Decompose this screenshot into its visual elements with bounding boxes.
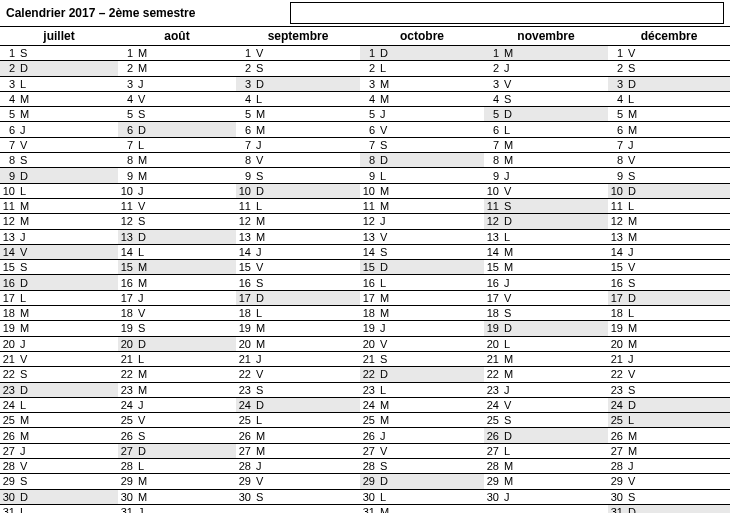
day-of-week: V	[502, 399, 518, 411]
day-number: 25	[484, 414, 502, 426]
day-of-week: J	[136, 185, 152, 197]
day-of-week: S	[626, 62, 642, 74]
day-of-week: J	[626, 139, 642, 151]
day-row: 16L	[360, 275, 484, 290]
day-row: 8M	[484, 153, 608, 168]
day-of-week: M	[18, 430, 34, 442]
day-row: 15D	[360, 260, 484, 275]
day-of-week: J	[502, 170, 518, 182]
day-row: 11M	[0, 199, 118, 214]
day-number: 4	[360, 93, 378, 105]
day-number: 26	[484, 430, 502, 442]
day-of-week: M	[136, 491, 152, 503]
day-number: 10	[0, 185, 18, 197]
day-number: 25	[360, 414, 378, 426]
day-number: 10	[484, 185, 502, 197]
day-number: 17	[484, 292, 502, 304]
day-of-week: J	[254, 246, 270, 258]
day-row: 14V	[0, 245, 118, 260]
day-row: 22S	[0, 367, 118, 382]
day-number: 18	[236, 307, 254, 319]
day-number: 9	[236, 170, 254, 182]
day-row: 30D	[0, 490, 118, 505]
day-row: 16S	[236, 275, 360, 290]
day-row: 22M	[118, 367, 236, 382]
day-of-week: D	[502, 430, 518, 442]
day-of-week: D	[18, 170, 34, 182]
day-number: 11	[236, 200, 254, 212]
day-number: 21	[118, 353, 136, 365]
day-row: 18S	[484, 306, 608, 321]
day-of-week: M	[626, 108, 642, 120]
day-of-week: S	[18, 47, 34, 59]
day-row: 4V	[118, 92, 236, 107]
day-row: 31L	[0, 505, 118, 513]
day-number: 22	[608, 368, 626, 380]
day-number: 30	[360, 491, 378, 503]
day-number: 12	[236, 215, 254, 227]
day-number: 26	[236, 430, 254, 442]
day-of-week: D	[18, 384, 34, 396]
day-of-week: S	[254, 170, 270, 182]
day-row: 3M	[360, 77, 484, 92]
day-of-week: S	[378, 460, 394, 472]
day-row: 6L	[484, 122, 608, 137]
day-row: 28S	[360, 459, 484, 474]
day-of-week: M	[136, 277, 152, 289]
day-of-week: M	[254, 215, 270, 227]
day-number: 14	[608, 246, 626, 258]
day-row: 5M	[236, 107, 360, 122]
day-row: 23S	[236, 383, 360, 398]
day-row: 2L	[360, 61, 484, 76]
day-of-week: M	[136, 368, 152, 380]
day-row: 5D	[484, 107, 608, 122]
day-of-week: D	[254, 399, 270, 411]
page-title: Calendrier 2017 – 2ème semestre	[0, 2, 290, 24]
day-of-week: M	[18, 215, 34, 227]
day-row: 17M	[360, 291, 484, 306]
day-number: 2	[118, 62, 136, 74]
day-of-week: M	[18, 200, 34, 212]
day-of-week: M	[254, 322, 270, 334]
day-number: 9	[608, 170, 626, 182]
day-row: 18M	[0, 306, 118, 321]
day-of-week: L	[502, 124, 518, 136]
day-number: 11	[484, 200, 502, 212]
month-column: 1V2S3D4L5M6M7J8V9S10D11L12M13M14J15V16S1…	[236, 46, 360, 513]
day-number: 7	[118, 139, 136, 151]
day-row: 4M	[360, 92, 484, 107]
day-of-week: V	[626, 261, 642, 273]
month-head-septembre: septembre	[236, 27, 360, 45]
day-of-week: S	[18, 475, 34, 487]
day-number: 1	[360, 47, 378, 59]
day-number: 17	[236, 292, 254, 304]
day-row: 4S	[484, 92, 608, 107]
day-row: 3V	[484, 77, 608, 92]
day-of-week: V	[502, 185, 518, 197]
day-number: 8	[0, 154, 18, 166]
day-row: 31J	[118, 505, 236, 513]
day-row: 11L	[236, 199, 360, 214]
day-of-week: V	[254, 47, 270, 59]
day-number: 23	[360, 384, 378, 396]
day-of-week: M	[378, 307, 394, 319]
day-number: 29	[236, 475, 254, 487]
day-number: 3	[484, 78, 502, 90]
day-number: 21	[360, 353, 378, 365]
day-of-week: L	[254, 200, 270, 212]
day-of-week: M	[136, 475, 152, 487]
day-number: 25	[118, 414, 136, 426]
day-of-week: S	[378, 139, 394, 151]
day-of-week: V	[136, 307, 152, 319]
day-number: 22	[236, 368, 254, 380]
day-of-week: D	[18, 491, 34, 503]
day-of-week: L	[18, 399, 34, 411]
day-row: 7L	[118, 138, 236, 153]
day-of-week: D	[378, 475, 394, 487]
day-row: 21L	[118, 352, 236, 367]
day-number: 31	[0, 506, 18, 513]
day-row: 6J	[0, 122, 118, 137]
day-row: 2J	[484, 61, 608, 76]
day-of-week: M	[18, 108, 34, 120]
day-row: 18L	[236, 306, 360, 321]
